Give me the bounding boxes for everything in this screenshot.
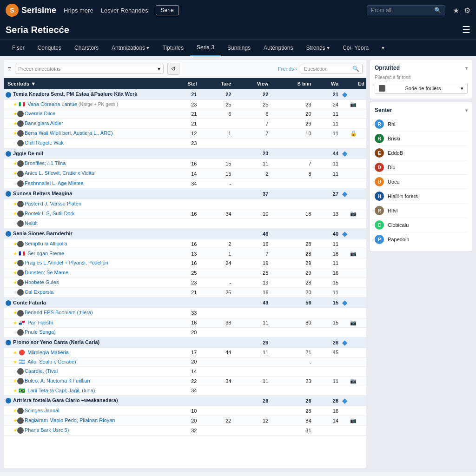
arrow-icon[interactable]: ◆: [342, 397, 347, 404]
player-name-link[interactable]: Dunsteo; Se Mame: [25, 270, 68, 275]
senter-chevron[interactable]: ▾: [465, 108, 468, 113]
player-name-link[interactable]: Caardie, (Tival: [25, 368, 58, 374]
sub-nav-item-charstors[interactable]: Charstors: [68, 40, 105, 56]
star-icon[interactable]: ★: [13, 270, 17, 275]
senter-item[interactable]: PPapedoin: [375, 232, 468, 246]
star-icon[interactable]: ★: [13, 350, 17, 355]
group-arrow[interactable]: ◆: [340, 298, 366, 308]
player-name-link[interactable]: Vana Coreana Lantue: [27, 101, 77, 107]
star-icon[interactable]: ★: [13, 280, 17, 285]
player-name-link[interactable]: Buleo; A. Nactoma ñ Fuiillian: [25, 378, 90, 383]
nav-link-hrips[interactable]: Hrips mere: [64, 7, 93, 14]
star-icon[interactable]: ★: [13, 418, 17, 423]
star-icon[interactable]: ★: [13, 359, 17, 364]
bell-icon[interactable]: ⚙: [464, 6, 470, 15]
star-icon[interactable]: ★: [13, 428, 17, 433]
arrow-icon[interactable]: ◆: [342, 150, 347, 157]
player-name-link[interactable]: Chill Rugele Wak: [25, 140, 64, 145]
group-arrow[interactable]: ◆: [340, 337, 366, 348]
sub-nav-item-conqutes[interactable]: Conqutes: [31, 40, 68, 56]
player-name-link[interactable]: Berra Waii Wioli beri, Austiera L., ARC): [25, 130, 113, 136]
sub-nav-item-strends[interactable]: Strends ▾: [300, 40, 337, 56]
player-name-link[interactable]: Miimiegia Matieria: [27, 350, 69, 355]
player-name-link[interactable]: Anice L. Stiewit, Cratie x Vidita: [25, 170, 94, 176]
star-icon[interactable]: ☆: [13, 221, 17, 226]
player-name-link[interactable]: Phans Bark Usrc 5): [25, 427, 69, 433]
player-name-link[interactable]: Bronflies;☆1 Tilna: [25, 160, 66, 166]
star-icon[interactable]: ★: [13, 111, 17, 116]
star-icon[interactable]: ★: [13, 161, 17, 166]
star-icon[interactable]: ☆: [13, 140, 17, 145]
group-row[interactable]: Senia Siones Barnderhir4640◆: [4, 228, 366, 239]
group-row[interactable]: Artrisra fostella Gara Clario –weakanede…: [4, 395, 366, 406]
player-name-link[interactable]: Pastei·d J. Varsso Platen: [25, 201, 81, 206]
star-icon[interactable]: ☆: [13, 290, 17, 295]
sub-nav-item-fiser[interactable]: Fiser: [6, 40, 31, 56]
star-icon[interactable]: ★: [13, 201, 17, 206]
sub-nav-item-seria3[interactable]: Seria 3: [190, 40, 221, 56]
group-arrow[interactable]: ◆: [340, 89, 366, 100]
group-name[interactable]: Artrisra fostella Gara Clario –weakanede…: [4, 395, 167, 406]
group-name[interactable]: Senia Siones Barnderhir: [4, 228, 167, 239]
hamburger-icon[interactable]: ☰: [462, 24, 470, 35]
player-name-link[interactable]: Neiult: [25, 220, 38, 226]
player-name-link[interactable]: Ragiairam Mapio Pedo, Pliainan Rloyan: [25, 417, 115, 423]
player-name-link[interactable]: Pan Harshi: [27, 320, 53, 325]
player-name-link[interactable]: Beriarid EPS Booniam (;tliera): [25, 310, 93, 315]
star-icon[interactable]: ★: [13, 408, 17, 413]
senter-item[interactable]: DDiu: [375, 160, 468, 175]
sub-nav-item-coiyeora[interactable]: Coi- Yeora: [336, 40, 375, 56]
senter-item[interactable]: RRhl: [375, 117, 468, 132]
filter-toggle-icon[interactable]: ≡: [7, 65, 11, 73]
group-arrow[interactable]: ◆: [340, 395, 366, 406]
player-name-link[interactable]: Seringan Freme: [27, 251, 64, 256]
star-icon[interactable]: ★: [13, 378, 17, 383]
star-icon[interactable]: ★: [13, 131, 17, 136]
star-icon[interactable]: ★: [13, 388, 17, 393]
star-icon[interactable]: ★: [13, 320, 17, 325]
arrow-icon[interactable]: ◆: [342, 190, 347, 198]
sub-nav-item-[interactable]: ▾: [375, 40, 391, 56]
logo[interactable]: S Serisime: [6, 4, 56, 17]
player-name-link[interactable]: Hoobete Gules: [25, 279, 59, 285]
oprarited-chevron[interactable]: ▾: [465, 66, 468, 71]
player-name-link[interactable]: Pnule Senga): [25, 329, 56, 335]
senter-item[interactable]: RRlIvl: [375, 204, 468, 218]
group-name[interactable]: Temia Knadera Serat, PM Estaa &Psalure K…: [4, 89, 167, 100]
sub-nav-item-sunnings[interactable]: Sunnings: [221, 40, 257, 56]
senter-item[interactable]: CClobicalu: [375, 218, 468, 232]
search-input-top[interactable]: [371, 7, 431, 13]
player-name-link[interactable]: Scinges Jannal: [25, 408, 60, 413]
group-row[interactable]: Conte Faturla495615◆: [4, 298, 366, 308]
star-icon[interactable]: ☆: [13, 330, 17, 335]
group-arrow[interactable]: ◆: [340, 188, 366, 199]
player-name-link[interactable]: Feshnnallei L. Age Mletea: [25, 180, 84, 186]
chevron-down-icon[interactable]: ▾: [158, 66, 160, 72]
sub-nav-item-tipturles[interactable]: Tipturles: [156, 40, 190, 56]
filter-refresh-button[interactable]: ↺: [167, 63, 179, 75]
star-icon[interactable]: ★: [13, 102, 17, 107]
sub-nav-item-autenptions[interactable]: Autenptions: [257, 40, 299, 56]
player-name-link[interactable]: Pragles L./Vindel + Plyansi, Podeliori: [25, 260, 108, 265]
star-icon[interactable]: ☆: [13, 369, 17, 374]
player-name-link[interactable]: Cal Expersia: [25, 289, 53, 295]
arrow-icon[interactable]: ◆: [342, 91, 347, 98]
filter-select-input[interactable]: [18, 66, 156, 72]
filter-search-input[interactable]: [304, 66, 350, 72]
star-icon[interactable]: ★: [13, 121, 17, 126]
serie-button[interactable]: Serie: [156, 5, 179, 15]
star-icon[interactable]: ★: [13, 260, 17, 265]
search-icon-filter[interactable]: 🔍: [352, 66, 359, 72]
senter-item[interactable]: UUocu: [375, 175, 468, 189]
player-name-link[interactable]: Pootek L.S, Sutil Dork: [25, 211, 75, 216]
star-icon[interactable]: ★: [453, 6, 459, 15]
senter-item[interactable]: BBriski: [375, 132, 468, 146]
player-name-link[interactable]: Aifo, Seulb·i; Geratie): [27, 359, 76, 364]
senter-item[interactable]: EEddoB: [375, 146, 468, 160]
star-icon[interactable]: ★: [13, 251, 17, 256]
player-name-link[interactable]: Overaia Diice: [25, 111, 55, 116]
group-row[interactable]: Sunosa Belters Meagina3727◆: [4, 188, 366, 199]
player-name-link[interactable]: Sempllu la Allipolia: [25, 241, 67, 246]
sorie-dropdown[interactable]: Sorie de foulers ▾: [375, 83, 468, 94]
group-name[interactable]: Sunosa Belters Meagina: [4, 188, 167, 199]
